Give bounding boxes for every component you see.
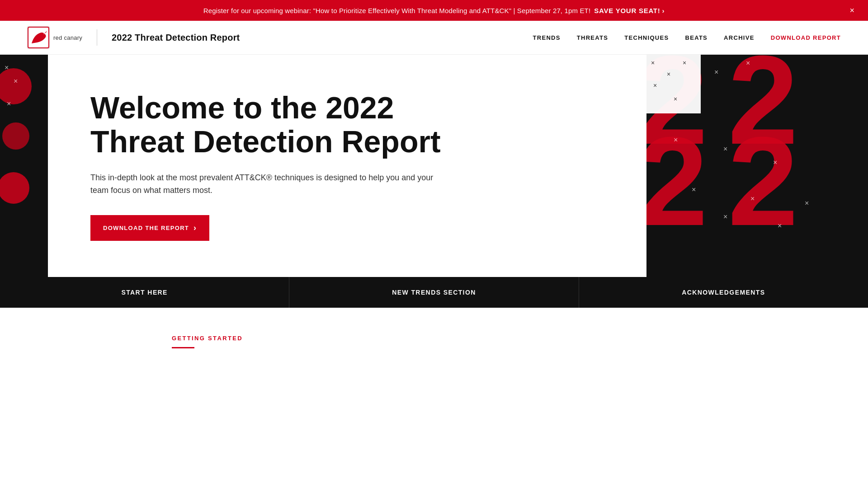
x-deco-r6: × [773, 159, 777, 167]
banner-cta[interactable]: SAVE YOUR SEAT! › [594, 7, 665, 14]
x-deco-1: × [5, 64, 9, 72]
hero-content: Welcome to the 2022 Threat Detection Rep… [63, 55, 470, 277]
logo-icon [27, 26, 50, 49]
getting-started-label: GETTING STARTED [172, 335, 841, 342]
nav-item-techniques[interactable]: TECHNIQUES [624, 33, 669, 42]
hero-section: × × × Welcome to the 2022 Threat Detecti… [0, 55, 868, 277]
nav-item-threats[interactable]: THREATS [577, 33, 609, 42]
nav-link-archive[interactable]: ARCHIVE [724, 34, 755, 41]
nav-item-beats[interactable]: BEATS [685, 33, 708, 42]
getting-started-section: GETTING STARTED [0, 308, 868, 366]
nav-link-trends[interactable]: TRENDS [533, 34, 560, 41]
top-banner: Register for our upcoming webinar: "How … [0, 0, 868, 21]
bottom-nav: START HERE NEW TRENDS SECTION ACKNOWLEDG… [0, 277, 868, 308]
x-deco-r5: × [723, 145, 727, 153]
nav-link-threats[interactable]: THREATS [577, 34, 609, 41]
nav-item-archive[interactable]: ARCHIVE [724, 33, 755, 42]
navbar-nav: TRENDS THREATS TECHNIQUES BEATS ARCHIVE … [533, 33, 841, 42]
hero-cta-arrow: › [193, 223, 197, 233]
x-deco-r3: × [714, 68, 718, 76]
x-deco-r2: × [746, 59, 750, 67]
nav-link-techniques[interactable]: TECHNIQUES [624, 34, 669, 41]
banner-text: Register for our upcoming webinar: "How … [203, 7, 591, 14]
hero-title: Welcome to the 2022 Threat Detection Rep… [90, 91, 443, 159]
x-box-4: × [653, 82, 657, 89]
x-deco-r4: × [674, 136, 678, 144]
banner-close-button[interactable]: × [849, 6, 854, 15]
x-deco-3: × [7, 100, 11, 108]
x-deco-r9: × [805, 199, 809, 207]
x-deco-r10: × [723, 213, 727, 221]
hero-right-panel: 2 2 2 2 × × × × × × × × × × × × × × × × [646, 55, 868, 277]
x-deco-2: × [14, 77, 18, 85]
brand-area: red canary 2022 Threat Detection Report [27, 26, 240, 49]
brand-name: red canary [53, 34, 82, 41]
x-deco-r8: × [750, 195, 755, 203]
bottom-nav-acknowledgements[interactable]: ACKNOWLEDGEMENTS [579, 277, 868, 308]
x-deco-r11: × [778, 222, 782, 230]
hero-cta-button[interactable]: DOWNLOAD THE REPORT › [90, 215, 209, 241]
hero-cta-label: DOWNLOAD THE REPORT [103, 225, 189, 231]
hero-description: This in-depth look at the most prevalent… [90, 171, 434, 197]
nav-divider [97, 29, 97, 46]
getting-started-underline [172, 347, 194, 348]
x-box-3: × [667, 70, 670, 78]
nav-link-beats[interactable]: BEATS [685, 34, 708, 41]
x-box-5: × [674, 95, 677, 103]
navbar-title: 2022 Threat Detection Report [112, 33, 240, 43]
bottom-nav-start-here[interactable]: START HERE [0, 277, 289, 308]
nav-item-download[interactable]: DOWNLOAD REPORT [771, 33, 841, 42]
bottom-nav-new-trends[interactable]: NEW TRENDS SECTION [289, 277, 579, 308]
x-box-1: × [651, 59, 655, 66]
nav-link-download[interactable]: DOWNLOAD REPORT [771, 34, 841, 41]
nav-item-trends[interactable]: TRENDS [533, 33, 560, 42]
svg-point-3 [44, 33, 45, 34]
x-deco-r7: × [692, 186, 696, 194]
logo[interactable]: red canary [27, 26, 82, 49]
navbar: red canary 2022 Threat Detection Report … [0, 21, 868, 55]
deco-2-4: 2 [728, 118, 798, 244]
x-box-2: × [683, 59, 686, 66]
hero-left-panel: × × × [0, 55, 48, 277]
